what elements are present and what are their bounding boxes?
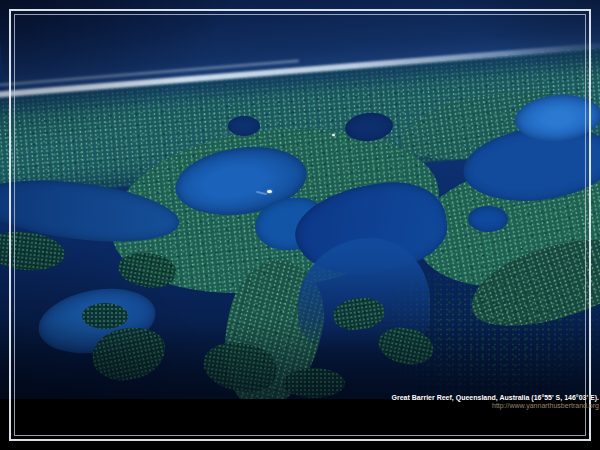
coral-patch (283, 368, 345, 398)
scattered-coral-field (378, 262, 600, 399)
reef-aerial-photo (0, 0, 600, 399)
photo-caption: Great Barrier Reef, Queensland, Australi… (392, 394, 599, 410)
caption-url: http://www.yannarthusbertrand.org (392, 402, 599, 410)
caption-title: Great Barrier Reef, Queensland, Australi… (392, 394, 599, 402)
wallpaper-canvas: Great Barrier Reef, Queensland, Australi… (0, 0, 600, 450)
boat-speck (332, 134, 335, 136)
coral-patch (82, 303, 128, 329)
boat-speck (267, 190, 272, 193)
reef-hole-2 (228, 116, 260, 136)
reef-hole-3 (468, 206, 508, 232)
